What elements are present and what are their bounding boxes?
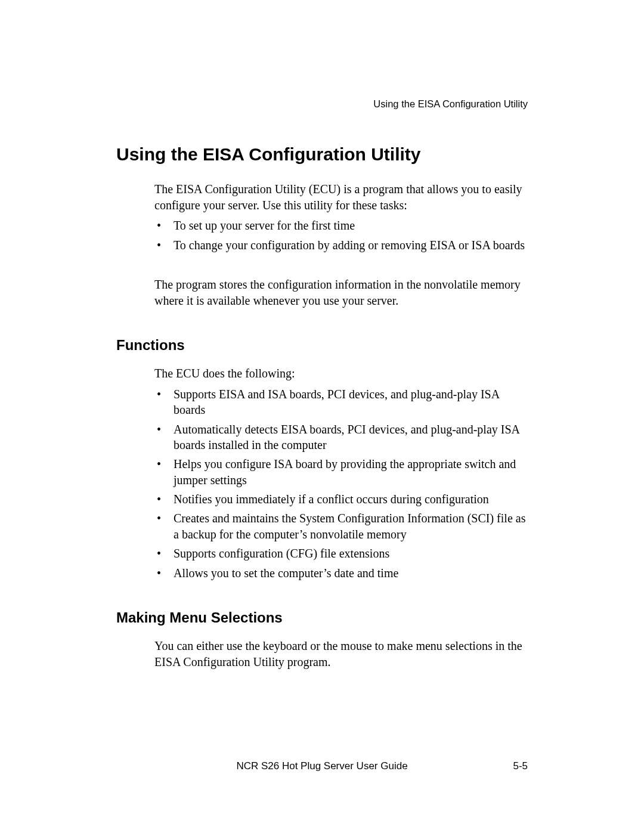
list-item: To change your configuration by adding o… [154,237,528,253]
intro-bullet-list: To set up your server for the first time… [154,218,528,253]
menu-selections-heading: Making Menu Selections [116,609,528,626]
functions-section: The ECU does the following: Supports EIS… [154,366,528,581]
list-item: Allows you to set the computer’s date an… [154,565,528,581]
list-item: Creates and maintains the System Configu… [154,510,528,542]
list-item: Notifies you immediately if a conflict o… [154,491,528,507]
list-item: Supports configuration (CFG) file extens… [154,546,528,561]
menu-selections-section: You can either use the keyboard or the m… [154,638,528,670]
running-header: Using the EISA Configuration Utility [116,98,528,110]
storage-paragraph: The program stores the configuration inf… [154,277,528,308]
list-item: Supports EISA and ISA boards, PCI device… [154,386,528,418]
functions-bullet-list: Supports EISA and ISA boards, PCI device… [154,386,528,581]
list-item: To set up your server for the first time [154,218,528,233]
menu-selections-paragraph: You can either use the keyboard or the m… [154,638,528,670]
functions-intro: The ECU does the following: [154,366,528,382]
list-item: Helps you configure ISA board by providi… [154,456,528,488]
document-page: Using the EISA Configuration Utility Usi… [0,0,644,670]
intro-section: The EISA Configuration Utility (ECU) is … [154,181,528,308]
functions-heading: Functions [116,337,528,354]
intro-paragraph: The EISA Configuration Utility (ECU) is … [154,181,528,213]
footer-page-number: 5-5 [513,760,528,772]
list-item: Automatically detects EISA boards, PCI d… [154,422,528,453]
main-heading: Using the EISA Configuration Utility [116,144,528,165]
footer-title: NCR S26 Hot Plug Server User Guide [0,760,644,772]
